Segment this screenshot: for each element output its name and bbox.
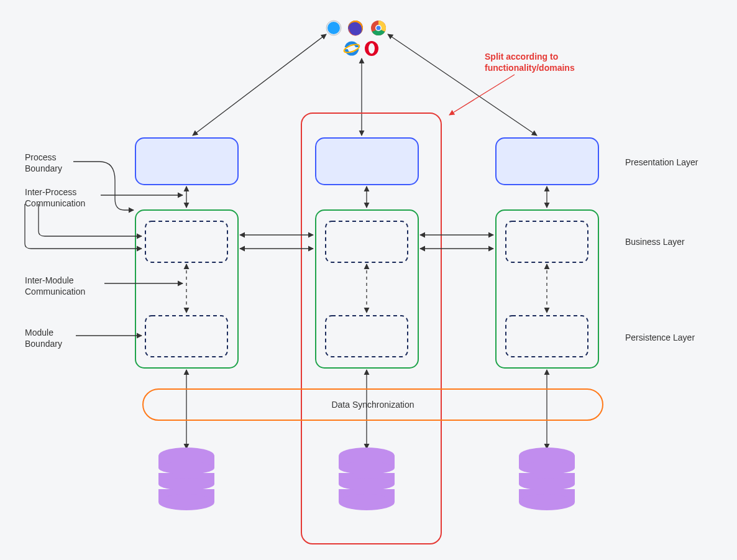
arrow-browsers-col1: [193, 34, 326, 135]
label-process-boundary: Process Boundary: [25, 152, 62, 174]
label-inter-module: Inter-Module Communication: [25, 275, 85, 297]
svg-point-10: [368, 44, 375, 54]
svg-point-27: [519, 494, 575, 510]
svg-point-5: [377, 26, 381, 30]
safari-icon: [326, 21, 341, 35]
browser-icons-row: [326, 21, 386, 56]
label-data-sync: Data Synchronization: [311, 400, 435, 410]
svg-point-13: [158, 494, 214, 510]
label-persistence-layer: Persistence Layer: [625, 332, 695, 343]
label-presentation-layer: Presentation Layer: [625, 157, 698, 168]
database-1: [158, 448, 214, 510]
label-module-boundary: Module Boundary: [25, 327, 62, 349]
presentation-box-2: [316, 138, 418, 185]
svg-point-29: [519, 462, 575, 474]
column-1: [135, 138, 238, 510]
column-2: [316, 138, 418, 510]
svg-point-20: [339, 494, 395, 510]
ie-icon: [343, 43, 360, 54]
presentation-box-1: [135, 138, 238, 185]
svg-point-17: [158, 478, 214, 490]
svg-point-22: [339, 462, 395, 474]
database-2: [339, 448, 395, 510]
annotation-split: Split according to functionality/domains: [485, 51, 575, 73]
firefox-icon: [348, 21, 363, 35]
svg-point-24: [339, 478, 395, 490]
inter-process-arrow-2: [25, 204, 142, 249]
chrome-icon: [371, 21, 386, 35]
database-3: [519, 448, 575, 510]
label-business-layer: Business Layer: [625, 236, 685, 247]
svg-point-1: [327, 22, 340, 34]
arrow-browsers-col3: [388, 34, 537, 135]
opera-icon: [365, 41, 378, 56]
svg-point-31: [519, 478, 575, 490]
svg-point-15: [158, 462, 214, 474]
column-3: [496, 138, 598, 510]
label-inter-process: Inter-Process Communication: [25, 186, 85, 209]
diagram-canvas: [0, 0, 737, 560]
presentation-box-3: [496, 138, 598, 185]
annotation-arrow: [449, 75, 515, 115]
